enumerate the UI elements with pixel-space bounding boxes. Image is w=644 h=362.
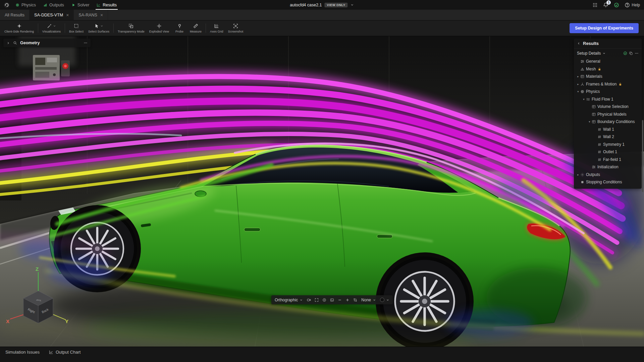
view-only-badge: VIEW ONLY	[325, 3, 348, 7]
lock-icon	[619, 82, 622, 86]
project-switcher[interactable]: autocfd4 case2.1 VIEW ONLY	[290, 3, 354, 7]
geometry-menu-button[interactable]	[84, 41, 88, 45]
bottom-bar-item-output-chart[interactable]: Output Chart	[49, 350, 80, 355]
projection-dropdown[interactable]: Orthographic	[275, 298, 303, 302]
viewport[interactable]: Top Right Back X Y Z Geometry Results Se…	[0, 36, 644, 347]
tree-item-label: Volume Selection	[597, 104, 629, 109]
tree-item-general[interactable]: General	[574, 58, 642, 65]
notifications-button[interactable]: 1	[603, 2, 608, 8]
app-logo[interactable]	[4, 2, 9, 8]
bottom-bar-item-simulation-issues[interactable]: Simulation Issues	[5, 350, 40, 355]
tree-item-boundary-conditions[interactable]: ▾Boundary Conditions	[574, 118, 642, 126]
collapse-panel-button[interactable]	[577, 42, 581, 45]
hash-icon	[597, 135, 603, 139]
tree-item-outlet-1[interactable]: Outlet 1	[574, 148, 642, 156]
caret-down-icon[interactable]: ▾	[582, 98, 586, 101]
flow-icon	[586, 97, 592, 102]
tree-item-label: Symmetry 1	[603, 142, 625, 147]
nav-item-label: Solver	[77, 3, 89, 7]
image-icon[interactable]	[330, 298, 334, 302]
plus-icon[interactable]	[345, 298, 350, 302]
maximize-icon[interactable]	[315, 298, 319, 302]
setup-details-row[interactable]: Setup Details	[574, 49, 642, 58]
tree-item-materials[interactable]: ▸Materials	[574, 73, 642, 80]
toolbar-item-exploded-view[interactable]: Exploded View	[147, 20, 171, 36]
atom-icon	[580, 89, 586, 94]
close-icon[interactable]: ×	[100, 13, 103, 17]
background-dropdown[interactable]	[380, 298, 389, 302]
geometry-panel-title: Geometry	[20, 41, 40, 45]
copy-button[interactable]	[629, 51, 633, 55]
toolbar-item-probe[interactable]: Probe	[171, 20, 187, 36]
tree-item-frames-motion[interactable]: ▸Frames & Motion	[574, 80, 642, 88]
exploded-icon	[157, 23, 162, 28]
toolbar-item-screenshot[interactable]: Screenshot	[226, 20, 246, 36]
setup-menu-button[interactable]	[635, 51, 639, 55]
tree-item-initialization[interactable]: Initialization	[574, 163, 642, 171]
tab-sa-rans[interactable]: SA-RANS×	[74, 10, 108, 20]
status-check-icon[interactable]	[614, 2, 619, 8]
search-icon[interactable]	[13, 41, 17, 45]
tab-sa-ddes-vtm[interactable]: SA-DDES-VTM×	[30, 10, 74, 20]
caret-right-icon[interactable]: ▸	[576, 173, 580, 176]
probe-icon	[177, 23, 182, 28]
setup-doe-button[interactable]: Setup Design of Experiments	[570, 23, 639, 33]
apps-icon[interactable]	[592, 2, 598, 8]
nav-item-results[interactable]: Results	[97, 0, 117, 10]
nav-item-outputs[interactable]: Outputs	[43, 0, 64, 10]
tree-item-mesh[interactable]: Mesh	[574, 65, 642, 73]
toolbar-item-select-surfaces[interactable]: Select Surfaces	[86, 20, 112, 36]
tree-item-fluid-flow-1[interactable]: ▾Fluid Flow 1	[574, 96, 642, 103]
overlay-dropdown[interactable]: None	[361, 298, 376, 302]
tree-item-physical-models[interactable]: Physical Models	[574, 111, 642, 118]
axis-x-label: X	[6, 318, 9, 324]
tree-item-symmetry-1[interactable]: Symmetry 1	[574, 141, 642, 148]
sparkle-icon	[17, 23, 22, 28]
toolbar-item-visualizations[interactable]: Visualizations	[40, 20, 63, 36]
setup-tree: GeneralMesh▸Materials▸Frames & Motion▾Ph…	[574, 58, 642, 186]
viewer-toolbar: Client-Side RenderingVisualizationsBox S…	[0, 20, 644, 36]
help-button[interactable]: Help	[625, 2, 640, 8]
toolbar-item-measure[interactable]: Measure	[187, 20, 204, 36]
tab-label: SA-RANS	[78, 13, 97, 17]
tree-item-wall-1[interactable]: Wall 1	[574, 126, 642, 133]
tab-all-results[interactable]: All Results	[0, 10, 30, 20]
toolbar-divider	[65, 23, 65, 33]
play-icon	[71, 3, 75, 7]
sliders-icon	[580, 59, 586, 64]
record-icon[interactable]	[322, 298, 326, 302]
toolbar-item-client-side-rendering[interactable]: Client-Side Rendering	[2, 20, 36, 36]
caret-down-icon[interactable]: ▾	[587, 120, 592, 123]
tree-item-label: Physical Models	[597, 112, 627, 117]
minus-icon[interactable]	[338, 298, 342, 302]
top-bar-actions: 1 Help	[592, 2, 640, 8]
toolbar-item-axes-grid[interactable]: Axes Grid	[208, 20, 226, 36]
nav-item-physics[interactable]: Physics	[15, 0, 36, 10]
chevron-down-icon	[602, 52, 606, 55]
camera-icon[interactable]	[307, 298, 311, 302]
close-icon[interactable]: ×	[66, 13, 69, 17]
tab-label: SA-DDES-VTM	[34, 13, 63, 17]
tree-item-stopping-conditions[interactable]: Stopping Conditions	[574, 178, 642, 186]
geometry-panel: Geometry	[3, 39, 91, 47]
tree-item-volume-selection[interactable]: Volume Selection	[574, 103, 642, 111]
chevron-right-icon[interactable]	[6, 41, 10, 45]
crop-icon[interactable]	[353, 298, 357, 302]
toolbar-item-box-select[interactable]: Box Select	[67, 20, 86, 36]
caret-right-icon[interactable]: ▸	[576, 82, 580, 86]
transparency-icon	[128, 23, 133, 28]
chevron-down-icon	[100, 24, 103, 27]
project-title: autocfd4 case2.1	[290, 3, 322, 7]
stop-icon	[580, 180, 586, 184]
tree-item-physics[interactable]: ▾Physics	[574, 88, 642, 96]
caret-right-icon[interactable]: ▸	[576, 75, 580, 78]
toolbar-item-transparency-mode[interactable]: Transparency Mode	[115, 20, 147, 36]
nav-item-solver[interactable]: Solver	[71, 0, 89, 10]
tree-item-wall-2[interactable]: Wall 2	[574, 133, 642, 141]
tree-item-outputs[interactable]: ▸Outputs	[574, 171, 642, 179]
caret-down-icon[interactable]: ▾	[576, 90, 580, 93]
toolbar-divider	[38, 23, 38, 33]
tree-item-far-field-1[interactable]: Far-field 1	[574, 156, 642, 164]
panel-scrollbar[interactable]	[642, 120, 643, 192]
tree-item-label: Wall 2	[603, 134, 614, 139]
